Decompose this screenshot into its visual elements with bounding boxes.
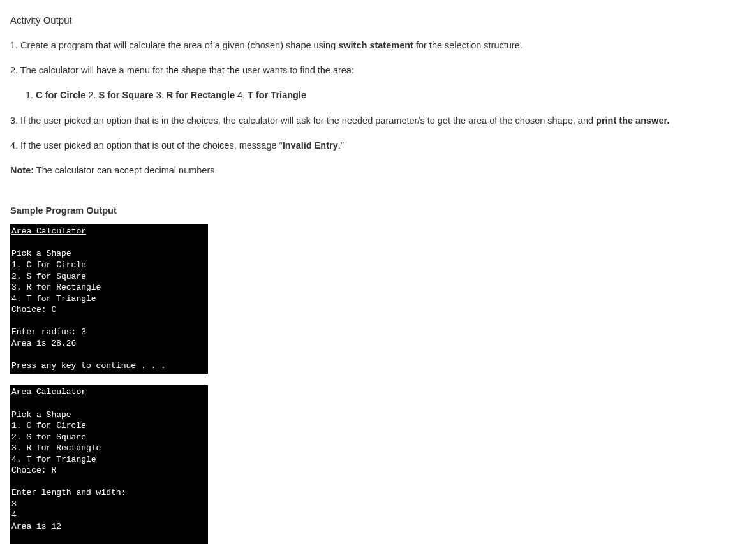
instruction-4: 4. If the user picked an option that is …	[10, 138, 746, 153]
console-output-2: Area Calculator Pick a Shape 1. C for Ci…	[10, 385, 208, 544]
menu-item-3-num: 3.	[154, 90, 167, 100]
menu-item-4-num: 4.	[235, 90, 248, 100]
instruction-4-suffix: ."	[338, 140, 344, 151]
menu-item-2-num: 2.	[85, 90, 98, 100]
console-output-1: Area Calculator Pick a Shape 1. C for Ci…	[10, 224, 208, 374]
shape-menu-list: 1. C for Circle 2. S for Square 3. R for…	[26, 88, 746, 103]
menu-item-1: C for Circle	[36, 90, 85, 100]
sample-output-heading: Sample Program Output	[10, 203, 746, 218]
menu-item-1-num: 1.	[26, 90, 36, 100]
page-title: Activity Output	[10, 13, 746, 28]
note-text: The calculator can accept decimal number…	[34, 165, 217, 175]
instruction-1-suffix: for the selection structure.	[413, 40, 523, 50]
instruction-1: 1. Create a program that will calculate …	[10, 38, 746, 53]
console-1-body: Pick a Shape 1. C for Circle 2. S for Sq…	[11, 249, 166, 370]
instruction-3: 3. If the user picked an option that is …	[10, 114, 746, 128]
instruction-1-prefix: 1. Create a program that will calculate …	[10, 40, 338, 50]
console-2-title: Area Calculator	[11, 387, 86, 397]
instruction-4-bold: Invalid Entry	[283, 140, 338, 151]
instruction-4-prefix: 4. If the user picked an option that is …	[10, 140, 283, 151]
console-1-title: Area Calculator	[11, 226, 86, 236]
console-2-body: Pick a Shape 1. C for Circle 2. S for Sq…	[11, 410, 166, 544]
instruction-2: 2. The calculator will have a menu for t…	[10, 63, 746, 78]
instruction-1-bold: switch statement	[338, 40, 413, 50]
instruction-3-prefix: 3. If the user picked an option that is …	[10, 115, 596, 126]
menu-item-2: S for Square	[98, 90, 153, 100]
note-line: Note: The calculator can accept decimal …	[10, 163, 746, 178]
note-label: Note:	[10, 165, 34, 175]
menu-item-4: T for Triangle	[248, 90, 306, 100]
instruction-3-bold: print the answer.	[596, 115, 669, 126]
menu-item-3: R for Rectangle	[167, 90, 235, 100]
